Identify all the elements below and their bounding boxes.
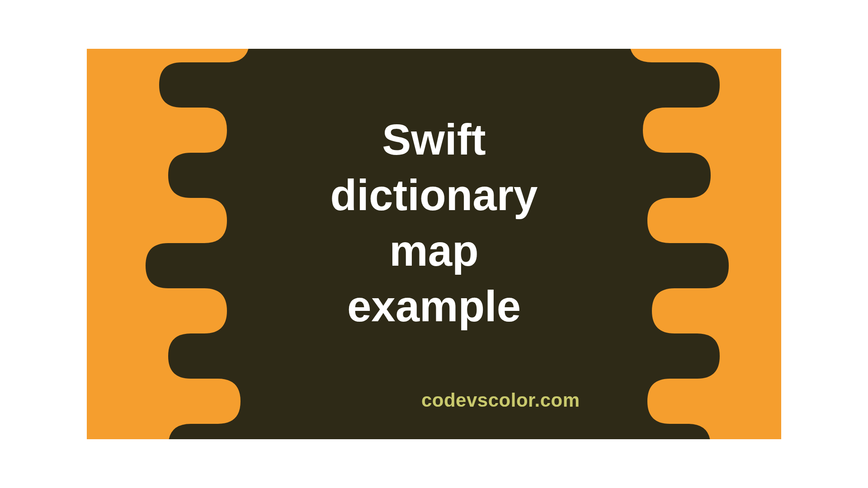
banner-footer: codevscolor.com xyxy=(421,389,580,411)
banner-title: Swift dictionary map example xyxy=(330,112,538,334)
banner-card: Swift dictionary map example codevscolor… xyxy=(87,49,781,439)
